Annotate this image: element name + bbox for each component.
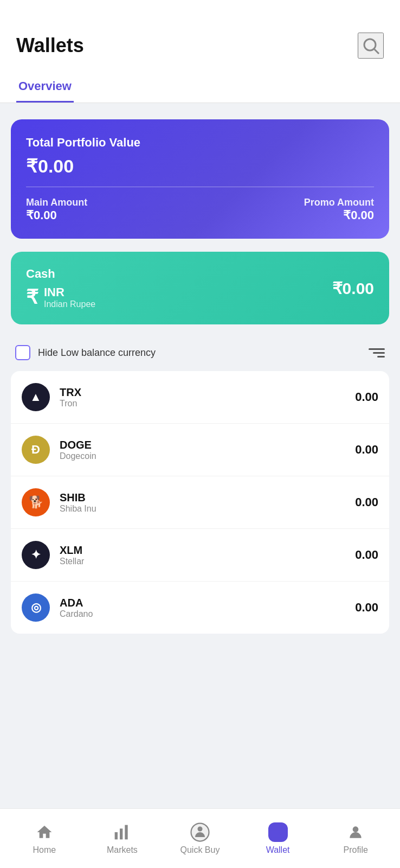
svg-point-10 bbox=[353, 826, 359, 832]
coin-symbol-shib: SHIB bbox=[60, 492, 355, 504]
cash-card[interactable]: Cash ₹ INR Indian Rupee ₹0.00 bbox=[11, 252, 389, 324]
coin-list: ▲ TRX Tron 0.00 Ð DOGE Dogecoin 0.00 🐕 S… bbox=[11, 371, 389, 634]
nav-home-label: Home bbox=[33, 845, 56, 855]
main-content: Total Portfolio Value ₹0.00 Main Amount … bbox=[0, 103, 400, 699]
cash-value: ₹0.00 bbox=[332, 279, 374, 298]
search-button[interactable] bbox=[358, 33, 384, 59]
coin-balance-trx: 0.00 bbox=[355, 390, 378, 404]
nav-wallet-label: Wallet bbox=[266, 845, 290, 855]
main-amount-label: Main Amount bbox=[26, 197, 87, 208]
svg-point-6 bbox=[197, 826, 202, 831]
nav-profile[interactable]: Profile bbox=[317, 822, 395, 855]
inr-symbol: ₹ bbox=[26, 288, 38, 307]
coin-icon-doge: Ð bbox=[22, 436, 50, 464]
filter-left: Hide Low balance currency bbox=[15, 345, 156, 360]
cash-currency-row: ₹ INR Indian Rupee bbox=[26, 285, 95, 309]
nav-markets[interactable]: Markets bbox=[83, 822, 162, 855]
nav-wallet[interactable]: Wallet bbox=[239, 822, 317, 855]
wallet-icon bbox=[268, 822, 288, 842]
nav-profile-label: Profile bbox=[343, 845, 367, 855]
coin-icon-shib: 🐕 bbox=[22, 488, 50, 516]
coin-balance-xlm: 0.00 bbox=[355, 548, 378, 562]
promo-amount-section: Promo Amount ₹0.00 bbox=[304, 197, 374, 222]
coin-icon-trx: ▲ bbox=[22, 383, 50, 411]
profile-icon bbox=[346, 822, 365, 842]
coin-balance-ada: 0.00 bbox=[355, 601, 378, 615]
coin-symbol-trx: TRX bbox=[60, 386, 355, 399]
coin-info-ada: ADA Cardano bbox=[60, 597, 355, 619]
svg-point-9 bbox=[279, 832, 282, 834]
cash-currency-code: INR bbox=[44, 285, 95, 299]
tab-overview[interactable]: Overview bbox=[16, 69, 74, 103]
coin-info-doge: DOGE Dogecoin bbox=[60, 439, 355, 461]
portfolio-divider bbox=[26, 187, 374, 187]
coin-item-doge[interactable]: Ð DOGE Dogecoin 0.00 bbox=[11, 424, 389, 476]
svg-rect-2 bbox=[115, 832, 118, 839]
coin-info-trx: TRX Tron bbox=[60, 386, 355, 409]
filter-line-3 bbox=[377, 356, 385, 358]
promo-amount-label: Promo Amount bbox=[304, 197, 374, 208]
nav-quickbuy-label: Quick Buy bbox=[180, 845, 220, 855]
coin-info-shib: SHIB Shiba Inu bbox=[60, 492, 355, 514]
filter-row: Hide Low balance currency bbox=[11, 340, 389, 371]
filter-sort-icon[interactable] bbox=[369, 348, 385, 358]
coin-item-trx[interactable]: ▲ TRX Tron 0.00 bbox=[11, 371, 389, 424]
coin-item-ada[interactable]: ◎ ADA Cardano 0.00 bbox=[11, 582, 389, 634]
nav-home[interactable]: Home bbox=[5, 822, 83, 855]
coin-symbol-doge: DOGE bbox=[60, 439, 355, 451]
coin-icon-ada: ◎ bbox=[22, 593, 50, 622]
coin-balance-shib: 0.00 bbox=[355, 495, 378, 509]
cash-label: Cash bbox=[26, 267, 95, 281]
coin-name-xlm: Stellar bbox=[60, 557, 355, 566]
coin-symbol-ada: ADA bbox=[60, 597, 355, 609]
cash-currency-name: Indian Rupee bbox=[44, 299, 95, 309]
coin-name-shib: Shiba Inu bbox=[60, 504, 355, 514]
nav-quickbuy[interactable]: Quick Buy bbox=[161, 822, 239, 855]
portfolio-label: Total Portfolio Value bbox=[26, 136, 374, 150]
header: Wallets bbox=[0, 0, 400, 69]
portfolio-card: Total Portfolio Value ₹0.00 Main Amount … bbox=[11, 119, 389, 239]
main-amount-section: Main Amount ₹0.00 bbox=[26, 197, 87, 222]
coin-symbol-xlm: XLM bbox=[60, 544, 355, 557]
bottom-nav: Home Markets Quick Buy bbox=[0, 808, 400, 868]
svg-point-0 bbox=[364, 39, 376, 50]
svg-rect-8 bbox=[271, 828, 285, 831]
svg-rect-4 bbox=[125, 825, 128, 839]
tabs-container: Overview bbox=[0, 69, 400, 103]
nav-markets-label: Markets bbox=[107, 845, 138, 855]
coin-name-doge: Dogecoin bbox=[60, 451, 355, 461]
home-icon bbox=[35, 822, 54, 842]
cash-left: Cash ₹ INR Indian Rupee bbox=[26, 267, 95, 309]
coin-info-xlm: XLM Stellar bbox=[60, 544, 355, 566]
hide-low-balance-checkbox[interactable] bbox=[15, 345, 30, 360]
svg-rect-3 bbox=[120, 828, 122, 839]
cash-currency-info: INR Indian Rupee bbox=[44, 285, 95, 309]
filter-line-2 bbox=[373, 352, 385, 354]
coin-icon-xlm: ✦ bbox=[22, 541, 50, 569]
coin-item-shib[interactable]: 🐕 SHIB Shiba Inu 0.00 bbox=[11, 476, 389, 529]
coin-balance-doge: 0.00 bbox=[355, 443, 378, 457]
filter-line-1 bbox=[369, 348, 385, 350]
markets-icon bbox=[112, 822, 132, 842]
portfolio-value: ₹0.00 bbox=[26, 155, 374, 177]
promo-amount-value: ₹0.00 bbox=[304, 208, 374, 222]
page-title: Wallets bbox=[16, 34, 84, 57]
portfolio-sub: Main Amount ₹0.00 Promo Amount ₹0.00 bbox=[26, 197, 374, 222]
coin-item-xlm[interactable]: ✦ XLM Stellar 0.00 bbox=[11, 529, 389, 582]
quickbuy-icon bbox=[190, 822, 210, 842]
coin-name-ada: Cardano bbox=[60, 609, 355, 619]
coin-name-trx: Tron bbox=[60, 399, 355, 409]
svg-line-1 bbox=[375, 49, 379, 54]
filter-label: Hide Low balance currency bbox=[38, 347, 156, 359]
main-amount-value: ₹0.00 bbox=[26, 208, 87, 222]
search-icon bbox=[361, 36, 380, 55]
